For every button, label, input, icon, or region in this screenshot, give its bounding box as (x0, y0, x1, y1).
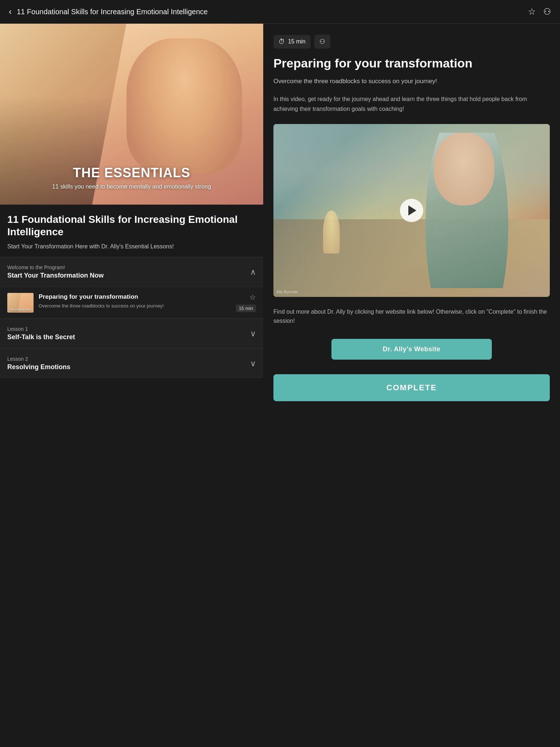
video-watermark: Ally Burnow (276, 290, 298, 294)
video-play-button[interactable] (400, 199, 423, 222)
top-nav: ‹ 11 Foundational Skills for Increasing … (0, 0, 560, 24)
accordion-lesson1-header[interactable]: Lesson 1 Self-Talk is the Secret ∨ (0, 319, 263, 348)
lesson-title: Preparing for your transformation (39, 293, 231, 301)
lesson-tagline: Overcome the three roadblocks to success… (273, 77, 550, 86)
lesson-info: Preparing for your transformation Overco… (39, 293, 231, 309)
complete-button[interactable]: COMPLETE (273, 374, 550, 401)
hero-subtitle: 11 skills you need to become mentally an… (52, 183, 211, 190)
hero-main-title: THE ESSENTIALS (52, 165, 211, 181)
course-title: 11 Foundational Skills for Increasing Em… (7, 213, 256, 238)
bookmark-icon[interactable]: ☆ (528, 7, 536, 17)
main-content: THE ESSENTIALS 11 skills you need to bec… (0, 24, 560, 747)
website-button[interactable]: Dr. Ally's Website (331, 339, 492, 360)
lesson-thumbnail: THE ESSENTIALS (7, 293, 34, 313)
accordion-welcome-title: Start Your Transformation Now (7, 272, 104, 279)
accordion-lesson2-text: Lesson 2 Resolving Emotions (7, 356, 70, 371)
accordion-welcome: Welcome to the Program! Start Your Trans… (0, 257, 263, 318)
accordion-welcome-chevron: ∧ (250, 267, 256, 277)
find-out-text: Find out more about Dr. Ally by clicking… (273, 307, 550, 326)
right-panel: ⏱ 15 min ⚇ Preparing for your transforma… (263, 24, 560, 747)
duration-pill: ⏱ 15 min (273, 35, 311, 49)
lesson-meta: ☆ 15 min (236, 293, 256, 312)
accordion-lesson2: Lesson 2 Resolving Emotions ∨ (0, 348, 263, 378)
accordion-lesson2-header[interactable]: Lesson 2 Resolving Emotions ∨ (0, 349, 263, 378)
lesson-body: In this video, get ready for the journey… (273, 94, 550, 114)
hero-image: THE ESSENTIALS 11 skills you need to bec… (0, 24, 263, 205)
nav-title: 11 Foundational Skills for Increasing Em… (17, 8, 208, 16)
accordion-lesson1: Lesson 1 Self-Talk is the Secret ∨ (0, 318, 263, 348)
accordion-lesson2-title: Resolving Emotions (7, 363, 70, 371)
hero-text-container: THE ESSENTIALS 11 skills you need to bec… (45, 165, 218, 190)
accordion-lesson2-chevron: ∨ (250, 359, 256, 368)
lesson-item-preparing[interactable]: THE ESSENTIALS Preparing for your transf… (0, 287, 263, 318)
play-triangle-icon (408, 205, 416, 216)
link-pill[interactable]: ⚇ (314, 35, 330, 49)
hero-person-face (127, 38, 242, 174)
duration-text: 15 min (288, 38, 306, 45)
lesson-thumb-label: THE ESSENTIALS (9, 309, 31, 311)
accordion-lesson1-chevron: ∨ (250, 329, 256, 338)
accordion-welcome-header[interactable]: Welcome to the Program! Start Your Trans… (0, 257, 263, 287)
video-container[interactable]: Ally Burnow (273, 124, 550, 297)
course-description: Start Your Transformation Here with Dr. … (7, 242, 256, 251)
clock-icon: ⏱ (279, 38, 285, 46)
lesson-main-title: Preparing for your transformation (273, 56, 550, 71)
accordion-lesson2-label: Lesson 2 (7, 356, 70, 362)
back-button[interactable]: ‹ (9, 7, 12, 17)
accordion-lesson1-text: Lesson 1 Self-Talk is the Secret (7, 326, 75, 341)
link-icon[interactable]: ⚇ (543, 7, 551, 17)
meta-row: ⏱ 15 min ⚇ (273, 35, 550, 49)
lesson-duration: 15 min (236, 305, 256, 312)
lesson-desc: Overcome the three roadblocks to success… (39, 303, 231, 309)
nav-right: ☆ ⚇ (528, 7, 551, 17)
accordion-lesson1-title: Self-Talk is the Secret (7, 333, 75, 341)
left-panel: THE ESSENTIALS 11 skills you need to bec… (0, 24, 263, 378)
accordion-welcome-text: Welcome to the Program! Start Your Trans… (7, 264, 104, 279)
accordion-welcome-label: Welcome to the Program! (7, 264, 104, 270)
accordion-lesson1-label: Lesson 1 (7, 326, 75, 332)
lesson-bookmark-icon[interactable]: ☆ (249, 293, 256, 302)
course-info: 11 Foundational Skills for Increasing Em… (0, 205, 263, 257)
nav-left: ‹ 11 Foundational Skills for Increasing … (9, 7, 208, 17)
